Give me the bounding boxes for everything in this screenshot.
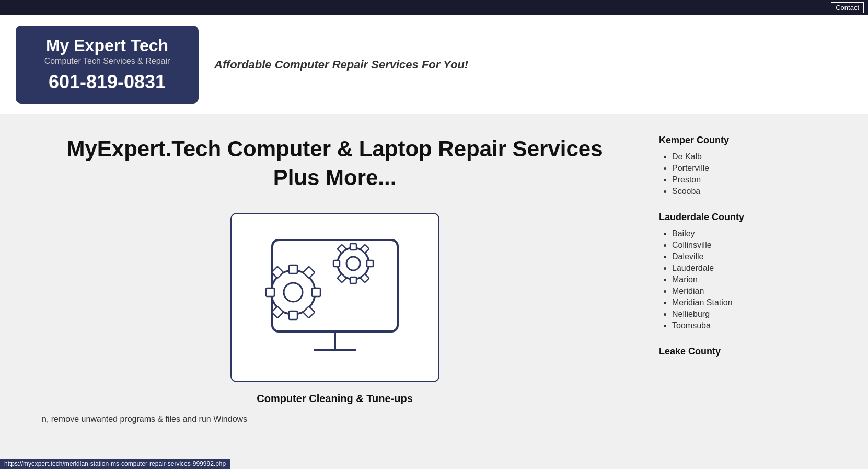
county-section-leake: Leake County [659,346,826,357]
service-caption: Computer Cleaning & Tune-ups [42,393,628,405]
page-title: MyExpert.Tech Computer & Laptop Repair S… [42,135,628,192]
status-url: https://myexpert.tech/meridian-station-m… [4,460,226,467]
list-item: Daleville [672,252,826,261]
left-content: MyExpert.Tech Computer & Laptop Repair S… [42,135,628,426]
header: My Expert Tech Computer Tech Services & … [0,15,868,114]
county-section-kemper: Kemper County De Kalb Porterville Presto… [659,135,826,196]
list-item: Collinsville [672,241,826,250]
list-item: Lauderdale [672,264,826,273]
county-list-kemper: De Kalb Porterville Preston Scooba [659,152,826,196]
contact-button[interactable]: Contact [831,2,864,13]
top-bar: Contact [0,0,868,15]
svg-rect-8 [266,288,274,296]
list-item: Scooba [672,187,826,196]
county-title-kemper: Kemper County [659,135,826,146]
county-title-leake: Leake County [659,346,826,357]
service-description: n, remove unwanted programs & files and … [42,413,628,426]
list-item: Marion [672,275,826,284]
list-item: Bailey [672,229,826,238]
computer-gears-icon [247,230,423,365]
header-tagline: Affordable Computer Repair Services For … [214,58,468,72]
list-item: Porterville [672,164,826,173]
svg-rect-15 [350,244,356,250]
service-image-box [230,213,439,382]
list-item: Preston [672,175,826,185]
logo-phone: 601-819-0831 [29,71,186,93]
list-item: Toomsuba [672,321,826,330]
svg-rect-16 [350,277,356,283]
logo-box: My Expert Tech Computer Tech Services & … [16,26,199,104]
list-item: Nellieburg [672,310,826,319]
right-sidebar: Kemper County De Kalb Porterville Presto… [659,135,826,426]
logo-subtitle: Computer Tech Services & Repair [29,56,186,66]
svg-rect-6 [289,311,297,319]
svg-rect-17 [367,260,373,267]
svg-point-4 [284,283,303,302]
list-item: Meridian Station [672,298,826,307]
svg-rect-18 [333,260,340,267]
county-section-lauderdale: Lauderdale County Bailey Collinsville Da… [659,212,826,330]
status-bar: https://myexpert.tech/meridian-station-m… [0,459,230,469]
list-item: Meridian [672,287,826,296]
county-list-lauderdale: Bailey Collinsville Daleville Lauderdale… [659,229,826,330]
main-content: MyExpert.Tech Computer & Laptop Repair S… [0,114,868,447]
svg-rect-7 [312,288,320,296]
logo-title: My Expert Tech [29,36,186,55]
svg-rect-5 [289,265,297,273]
county-title-lauderdale: Lauderdale County [659,212,826,223]
svg-point-14 [346,257,360,270]
list-item: De Kalb [672,152,826,162]
